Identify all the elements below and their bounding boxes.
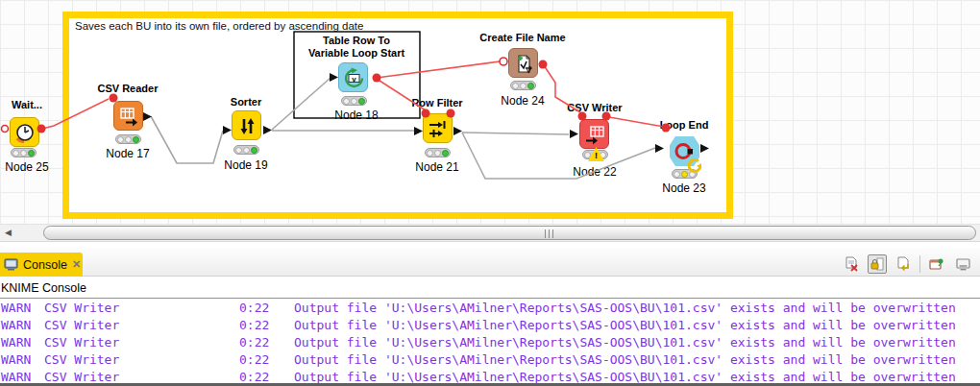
traffic-light-csv-reader	[115, 134, 141, 144]
console-row: WARNCSV Writer0:22Output file 'U:\Users\…	[1, 300, 980, 317]
node-label-row-filter: Node 21	[410, 160, 464, 174]
console-tabbar: Console ✕	[0, 248, 980, 277]
clear-console-icon[interactable]	[842, 254, 861, 274]
node-title-sorter: Sorter	[217, 96, 275, 108]
node-title-create-file-name: Create File Name	[475, 32, 571, 43]
table-write-icon	[580, 120, 610, 150]
close-icon[interactable]: ✕	[72, 258, 81, 271]
console-row: WARNCSV Writer0:22Output file 'U:\Users\…	[1, 317, 980, 334]
table-read-icon	[114, 102, 144, 132]
horizontal-scrollbar[interactable]: ◀	[0, 224, 980, 242]
traffic-light-row-filter	[425, 148, 451, 157]
traffic-light-wait	[11, 148, 37, 157]
file-name-icon: v	[509, 49, 539, 79]
node-label-loop-start: Node 18	[330, 109, 383, 122]
show-console-output-icon[interactable]	[894, 254, 913, 274]
workflow-canvas[interactable]: Saves each BU into its own file, ordered…	[0, 0, 980, 224]
node-label-create-file-name: Node 24	[496, 94, 550, 108]
node-sorter[interactable]	[232, 110, 261, 140]
console-header: KNIME Console	[1, 281, 86, 295]
svg-text:v: v	[352, 75, 356, 84]
node-title-csv-writer: CSV Writer	[556, 102, 633, 113]
console-panel: KNIME Console WARNCSV Writer0:22Output f…	[0, 277, 980, 384]
clock-icon	[11, 118, 40, 148]
console-row: WARNCSV Writer0:22Output file 'U:\Users\…	[1, 334, 980, 351]
console-tab-label: Console	[23, 258, 67, 272]
scroll-lock-icon[interactable]	[868, 254, 887, 274]
console-toolbar	[842, 253, 972, 275]
console-row: WARNCSV Writer0:22Output file 'U:\Users\…	[1, 351, 980, 369]
traffic-light-sorter	[233, 145, 259, 155]
node-title-loop-start: Table Row To	[295, 35, 418, 46]
node-create-file-name[interactable]: v	[508, 48, 538, 78]
toolbar-separator	[919, 255, 920, 273]
pin-console-icon[interactable]	[927, 254, 946, 274]
console-log: WARNCSV Writer0:22Output file 'U:\Users\…	[1, 300, 980, 386]
node-label-wait: Node 25	[0, 160, 54, 174]
node-label-sorter: Node 19	[219, 158, 273, 172]
scrollbar-grip	[545, 229, 553, 238]
traffic-light-create-file-name	[510, 81, 536, 90]
node-title-row-filter: Row Filter	[399, 97, 476, 109]
node-title-loop-end: Loop End	[646, 119, 723, 131]
row-filter-icon	[424, 114, 453, 144]
loop-reset-badge-icon	[686, 157, 703, 175]
node-table-row-to-variable-loop-start[interactable]: v	[338, 62, 368, 92]
console-separator	[0, 298, 980, 299]
loop-start-icon: v	[339, 63, 369, 93]
console-monitor-icon	[4, 258, 18, 271]
tab-console[interactable]: Console ✕	[0, 253, 83, 277]
node-title-csv-reader: CSV Reader	[89, 83, 166, 94]
node-label-csv-writer: Node 22	[568, 165, 622, 179]
node-label-csv-reader: Node 17	[101, 147, 155, 160]
scrollbar-thumb[interactable]	[43, 226, 976, 240]
node-label-loop-end: Node 23	[657, 181, 711, 195]
traffic-light-csv-writer: !	[582, 150, 608, 159]
traffic-light-loop-start	[341, 96, 367, 106]
node-row-filter[interactable]	[423, 113, 453, 143]
node-csv-reader[interactable]	[113, 101, 143, 131]
node-csv-writer[interactable]	[579, 119, 609, 149]
scroll-left-arrow[interactable]: ◀	[0, 226, 16, 240]
minimize-icon[interactable]	[953, 254, 972, 274]
node-wait[interactable]	[10, 117, 39, 147]
annotation-text: Saves each BU into its own file, ordered…	[75, 20, 363, 32]
node-title-loop-start-line2: Variable Loop Start	[295, 47, 418, 59]
sort-icon	[233, 111, 262, 141]
node-title-wait: Wait...	[0, 99, 54, 110]
